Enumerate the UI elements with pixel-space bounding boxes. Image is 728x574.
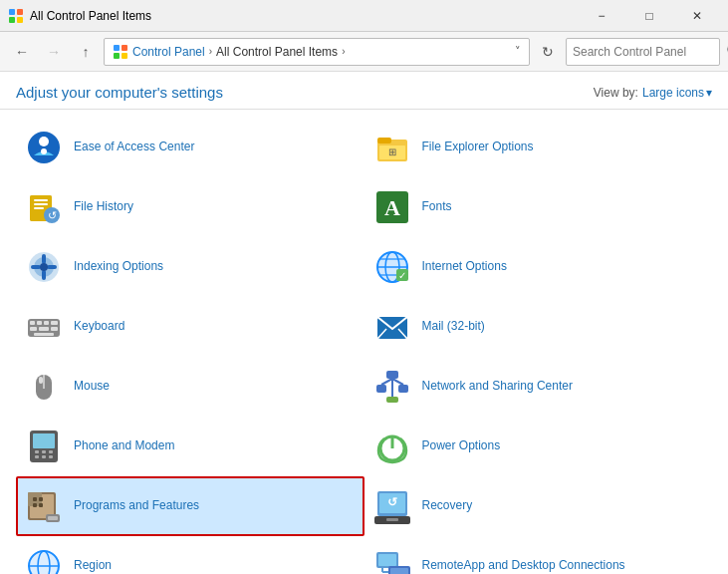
svg-rect-83 — [386, 518, 398, 521]
title-bar-title: All Control Panel Items — [30, 9, 579, 23]
programs-features-label: Programs and Features — [74, 498, 199, 514]
svg-point-8 — [28, 132, 60, 163]
svg-rect-45 — [39, 327, 49, 331]
control-item-mail[interactable]: Mail (32-bit) — [364, 297, 713, 357]
control-item-mouse[interactable]: Mouse — [16, 357, 364, 417]
svg-rect-18 — [34, 203, 48, 205]
svg-rect-55 — [376, 385, 386, 393]
forward-button[interactable]: → — [40, 38, 68, 66]
internet-options-label: Internet Options — [422, 259, 507, 275]
address-bar: ← → ↑ Control Panel › All Control Panel … — [0, 32, 728, 72]
control-item-region[interactable]: Region — [16, 536, 364, 574]
search-box: 🔍 — [566, 38, 720, 66]
svg-rect-77 — [39, 503, 43, 507]
control-item-phone-modem[interactable]: Phone and Modem — [16, 417, 364, 476]
svg-rect-74 — [33, 497, 37, 501]
svg-rect-68 — [49, 455, 53, 458]
svg-text:↺: ↺ — [48, 209, 57, 221]
region-icon — [24, 546, 64, 574]
page-title: Adjust your computer's settings — [16, 84, 223, 101]
svg-rect-3 — [17, 17, 23, 23]
control-item-network-sharing[interactable]: Network and Sharing Center — [364, 357, 713, 417]
view-by-control: View by: Large icons ▾ — [594, 86, 712, 100]
internet-options-icon: ✓ — [372, 247, 412, 287]
svg-rect-43 — [51, 321, 58, 325]
svg-rect-54 — [386, 371, 398, 379]
ease-of-access-label: Ease of Access Center — [74, 140, 194, 155]
view-by-value[interactable]: Large icons ▾ — [642, 86, 712, 100]
svg-line-59 — [392, 379, 403, 385]
main-content: Adjust your computer's settings View by:… — [0, 72, 728, 574]
breadcrumb-all-items: All Control Panel Items — [216, 45, 338, 59]
items-container[interactable]: Ease of Access Center⊞File Explorer Opti… — [0, 110, 728, 574]
control-item-power-options[interactable]: Power Options — [364, 417, 713, 476]
breadcrumb: Control Panel › All Control Panel Items … — [104, 38, 530, 66]
items-grid: Ease of Access Center⊞File Explorer Opti… — [16, 118, 712, 574]
svg-rect-62 — [33, 433, 55, 448]
file-explorer-options-label: File Explorer Options — [422, 140, 534, 155]
file-history-label: File History — [74, 199, 133, 215]
title-bar: All Control Panel Items − □ ✕ — [0, 0, 728, 32]
mouse-label: Mouse — [74, 379, 110, 395]
svg-point-10 — [41, 148, 47, 154]
up-button[interactable]: ↑ — [72, 38, 100, 66]
breadcrumb-control-panel[interactable]: Control Panel — [132, 45, 205, 59]
minimize-button[interactable]: − — [579, 1, 624, 31]
control-item-keyboard[interactable]: Keyboard — [16, 297, 364, 357]
breadcrumb-sep-2: › — [342, 46, 345, 57]
svg-rect-17 — [34, 199, 48, 201]
control-item-internet-options[interactable]: ✓Internet Options — [364, 237, 713, 297]
svg-text:A: A — [384, 195, 400, 220]
phone-modem-icon — [24, 427, 64, 466]
svg-rect-12 — [377, 138, 391, 144]
indexing-options-icon — [24, 247, 64, 287]
region-label: Region — [74, 558, 112, 574]
svg-rect-46 — [51, 327, 58, 331]
svg-rect-66 — [35, 455, 39, 458]
svg-rect-27 — [47, 265, 57, 269]
recovery-icon: ↺ — [372, 486, 412, 526]
svg-text:✓: ✓ — [398, 270, 406, 281]
phone-modem-label: Phone and Modem — [74, 438, 174, 454]
svg-rect-28 — [42, 254, 46, 264]
breadcrumb-dropdown-button[interactable]: ˅ — [515, 45, 521, 58]
fonts-label: Fonts — [422, 199, 452, 215]
maximize-button[interactable]: □ — [626, 1, 672, 31]
svg-rect-26 — [31, 265, 41, 269]
refresh-button[interactable]: ↻ — [534, 38, 562, 66]
svg-rect-67 — [42, 455, 46, 458]
svg-rect-29 — [42, 270, 46, 280]
control-item-fonts[interactable]: AFonts — [364, 177, 713, 237]
svg-rect-42 — [44, 321, 49, 325]
search-input[interactable] — [573, 45, 722, 59]
svg-rect-63 — [35, 450, 39, 453]
back-button[interactable]: ← — [8, 38, 36, 66]
fonts-icon: A — [372, 187, 412, 227]
mouse-icon — [24, 367, 64, 407]
svg-rect-90 — [378, 554, 396, 566]
svg-rect-2 — [9, 17, 15, 23]
control-item-file-explorer-options[interactable]: ⊞File Explorer Options — [364, 118, 713, 177]
remoteapp-icon — [372, 546, 412, 574]
svg-rect-65 — [49, 450, 53, 453]
control-item-recovery[interactable]: ↺Recovery — [364, 476, 713, 536]
svg-rect-53 — [39, 377, 43, 384]
svg-rect-6 — [114, 53, 120, 59]
control-item-ease-of-access[interactable]: Ease of Access Center — [16, 118, 364, 177]
svg-point-9 — [39, 137, 49, 146]
svg-rect-0 — [9, 9, 15, 15]
network-sharing-icon — [372, 367, 412, 407]
svg-point-30 — [40, 263, 48, 271]
control-item-indexing-options[interactable]: Indexing Options — [16, 237, 364, 297]
svg-rect-44 — [30, 327, 37, 331]
control-item-programs-features[interactable]: Programs and Features — [16, 476, 364, 536]
svg-rect-40 — [30, 321, 35, 325]
close-button[interactable]: ✕ — [674, 1, 720, 31]
control-item-file-history[interactable]: ↺File History — [16, 177, 364, 237]
remoteapp-label: RemoteApp and Desktop Connections — [422, 558, 625, 574]
app-icon — [8, 8, 24, 24]
svg-rect-56 — [398, 385, 408, 393]
control-item-remoteapp[interactable]: RemoteApp and Desktop Connections — [364, 536, 713, 574]
mail-icon — [372, 307, 412, 347]
svg-rect-4 — [114, 45, 120, 51]
